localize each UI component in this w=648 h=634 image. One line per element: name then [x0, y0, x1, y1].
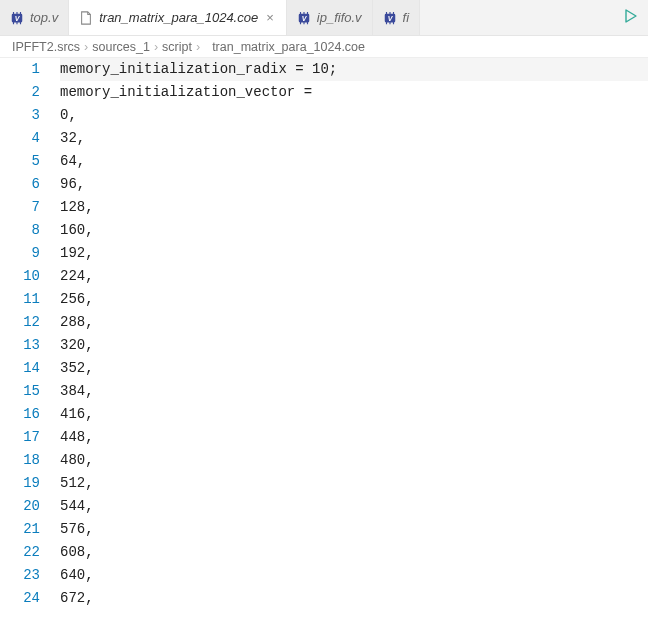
- code-line[interactable]: 352,: [60, 357, 648, 380]
- line-number: 23: [0, 564, 40, 587]
- code-line[interactable]: 640,: [60, 564, 648, 587]
- tab-tran-matrix-para-1024-coe[interactable]: tran_matrix_para_1024.coe×: [69, 0, 287, 35]
- play-icon: [622, 8, 638, 27]
- line-number: 1: [0, 58, 40, 81]
- code-line[interactable]: 448,: [60, 426, 648, 449]
- chevron-right-icon: ›: [154, 40, 158, 54]
- tab-ip-fifo-v[interactable]: Vip_fifo.v: [287, 0, 373, 35]
- line-number: 11: [0, 288, 40, 311]
- verilog-icon: V: [10, 11, 24, 25]
- code-line[interactable]: memory_initialization_radix = 10;: [60, 58, 648, 81]
- breadcrumb-file[interactable]: tran_matrix_para_1024.coe: [212, 40, 365, 54]
- code-line[interactable]: memory_initialization_vector =: [60, 81, 648, 104]
- chevron-right-icon: ›: [196, 40, 200, 54]
- line-number: 8: [0, 219, 40, 242]
- code-line[interactable]: 288,: [60, 311, 648, 334]
- tab-bar: Vtop.vtran_matrix_para_1024.coe×Vip_fifo…: [0, 0, 648, 36]
- code-line[interactable]: 128,: [60, 196, 648, 219]
- line-number: 6: [0, 173, 40, 196]
- line-number: 14: [0, 357, 40, 380]
- breadcrumb-segment[interactable]: script: [162, 40, 192, 54]
- code-line[interactable]: 192,: [60, 242, 648, 265]
- line-number: 16: [0, 403, 40, 426]
- breadcrumb: IPFFT2.srcs›sources_1›script›tran_matrix…: [0, 36, 648, 58]
- line-number: 7: [0, 196, 40, 219]
- code-editor[interactable]: 123456789101112131415161718192021222324 …: [0, 58, 648, 634]
- line-number: 12: [0, 311, 40, 334]
- close-icon[interactable]: ×: [264, 10, 276, 25]
- tab-top-v[interactable]: Vtop.v: [0, 0, 69, 35]
- code-content[interactable]: memory_initialization_radix = 10;memory_…: [58, 58, 648, 634]
- chevron-right-icon: ›: [84, 40, 88, 54]
- line-number: 9: [0, 242, 40, 265]
- code-line[interactable]: 32,: [60, 127, 648, 150]
- code-line[interactable]: 608,: [60, 541, 648, 564]
- line-number: 15: [0, 380, 40, 403]
- code-line[interactable]: 256,: [60, 288, 648, 311]
- code-line[interactable]: 384,: [60, 380, 648, 403]
- breadcrumb-segment[interactable]: IPFFT2.srcs: [12, 40, 80, 54]
- line-number: 3: [0, 104, 40, 127]
- file-icon: [79, 11, 93, 25]
- tab-label: tran_matrix_para_1024.coe: [99, 10, 258, 25]
- line-number: 24: [0, 587, 40, 610]
- line-number: 4: [0, 127, 40, 150]
- code-line[interactable]: 480,: [60, 449, 648, 472]
- breadcrumb-segment[interactable]: sources_1: [92, 40, 150, 54]
- tab-label: ip_fifo.v: [317, 10, 362, 25]
- verilog-icon: V: [383, 11, 397, 25]
- line-number: 10: [0, 265, 40, 288]
- code-line[interactable]: 576,: [60, 518, 648, 541]
- line-number: 2: [0, 81, 40, 104]
- verilog-icon: V: [297, 11, 311, 25]
- line-number: 20: [0, 495, 40, 518]
- line-number: 22: [0, 541, 40, 564]
- tab-label: fi: [403, 10, 410, 25]
- line-number: 18: [0, 449, 40, 472]
- line-number: 17: [0, 426, 40, 449]
- line-number: 19: [0, 472, 40, 495]
- code-line[interactable]: 160,: [60, 219, 648, 242]
- code-line[interactable]: 416,: [60, 403, 648, 426]
- code-line[interactable]: 0,: [60, 104, 648, 127]
- code-line[interactable]: 544,: [60, 495, 648, 518]
- line-number: 21: [0, 518, 40, 541]
- tab-label: top.v: [30, 10, 58, 25]
- line-number-gutter: 123456789101112131415161718192021222324: [0, 58, 58, 634]
- code-line[interactable]: 224,: [60, 265, 648, 288]
- code-line[interactable]: 64,: [60, 150, 648, 173]
- tab-fi[interactable]: Vfi: [373, 0, 421, 35]
- code-line[interactable]: 672,: [60, 587, 648, 610]
- code-line[interactable]: 96,: [60, 173, 648, 196]
- code-line[interactable]: 512,: [60, 472, 648, 495]
- line-number: 5: [0, 150, 40, 173]
- run-button[interactable]: [612, 0, 648, 35]
- code-line[interactable]: 320,: [60, 334, 648, 357]
- line-number: 13: [0, 334, 40, 357]
